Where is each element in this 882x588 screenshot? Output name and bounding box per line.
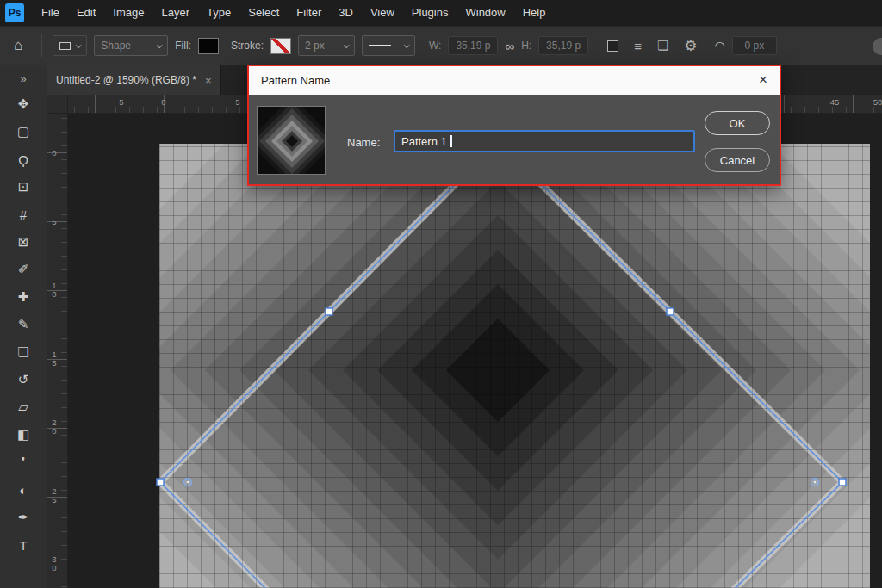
chevron-down-icon bbox=[157, 42, 163, 48]
shape-width-field[interactable]: 35,19 p bbox=[448, 36, 498, 55]
corner-radius-field[interactable]: 0 px bbox=[732, 36, 777, 55]
menu-layer[interactable]: Layer bbox=[153, 6, 199, 19]
menu-edit[interactable]: Edit bbox=[68, 6, 104, 19]
brush-tool[interactable]: ✎ bbox=[17, 311, 29, 338]
v-ruler-label: 1 0 bbox=[47, 282, 61, 299]
gear-icon[interactable]: ⚙ bbox=[684, 37, 697, 55]
stroke-line-icon bbox=[369, 45, 391, 46]
lasso-tool[interactable]: Ϙ bbox=[17, 145, 29, 173]
path-alignment-icon[interactable]: ≡ bbox=[634, 39, 642, 53]
eraser-tool[interactable]: ▱ bbox=[17, 393, 29, 421]
dialog-body: Name: OK Cancel bbox=[249, 95, 780, 184]
h-ruler-label: 50 bbox=[873, 97, 882, 107]
menu-help[interactable]: Help bbox=[514, 6, 555, 19]
h-ruler-label: 5 bbox=[119, 97, 123, 107]
type-tool[interactable]: T bbox=[17, 531, 29, 559]
cancel-button[interactable]: Cancel bbox=[705, 148, 770, 172]
crop-tool[interactable]: # bbox=[17, 201, 29, 228]
shape-height-field[interactable]: 35,19 p bbox=[538, 36, 588, 55]
dialog-close-icon[interactable]: × bbox=[759, 71, 767, 89]
tools-panel: » ✥▢Ϙ⊡#⊠✐✚✎❏↺▱◧❜◐✒T bbox=[0, 65, 47, 588]
eyedropper-tool[interactable]: ✐ bbox=[17, 256, 29, 283]
menu-3d[interactable]: 3D bbox=[330, 6, 362, 19]
stroke-swatch[interactable] bbox=[270, 38, 291, 54]
rectangle-tool-icon bbox=[59, 42, 71, 50]
path-operations-icon[interactable] bbox=[607, 40, 618, 52]
pattern-name-input[interactable] bbox=[394, 130, 695, 152]
photoshop-logo-icon: Ps bbox=[5, 3, 24, 22]
text-caret bbox=[450, 135, 452, 147]
dodge-tool[interactable]: ◐ bbox=[17, 476, 29, 504]
menu-items: FileEditImageLayerTypeSelectFilter3DView… bbox=[33, 0, 554, 26]
h-ruler-label: 45 bbox=[830, 97, 840, 107]
marquee-tool[interactable]: ▢ bbox=[17, 118, 29, 145]
document-tab-title: Untitled-2 @ 1590% (RGB/8) * bbox=[56, 74, 196, 86]
gradient-tool[interactable]: ◧ bbox=[17, 421, 29, 449]
photoshop-window: Ps FileEditImageLayerTypeSelectFilter3DV… bbox=[0, 0, 882, 588]
fill-swatch[interactable] bbox=[198, 38, 219, 54]
menu-type[interactable]: Type bbox=[198, 6, 239, 19]
clone-stamp-tool[interactable]: ❏ bbox=[17, 338, 29, 366]
v-ruler-label: 0 bbox=[47, 149, 61, 158]
shape-path[interactable] bbox=[160, 141, 842, 588]
pen-tool[interactable]: ✒ bbox=[17, 504, 29, 531]
frame-tool[interactable]: ⊠ bbox=[17, 228, 29, 256]
blur-tool[interactable]: ❜ bbox=[17, 449, 29, 476]
tool-preset-picker[interactable] bbox=[53, 35, 87, 56]
v-ruler-label: 2 5 bbox=[47, 487, 61, 504]
object-selection-tool[interactable]: ⊡ bbox=[17, 173, 29, 201]
h-ruler-label: 5 bbox=[235, 97, 239, 107]
ruler-corner bbox=[47, 95, 68, 114]
anchor-point-dot bbox=[187, 481, 189, 484]
document-tab[interactable]: Untitled-2 @ 1590% (RGB/8) * × bbox=[47, 65, 221, 95]
pattern-name-dialog: Pattern Name × Name: bbox=[247, 65, 781, 186]
name-label: Name: bbox=[347, 136, 380, 149]
v-ruler-label: 1 5 bbox=[47, 350, 61, 368]
home-icon[interactable]: ⌂ bbox=[14, 37, 22, 54]
transform-handle[interactable] bbox=[667, 308, 674, 315]
menu-filter[interactable]: Filter bbox=[288, 6, 330, 19]
history-brush-tool[interactable]: ↺ bbox=[17, 366, 29, 393]
h-ruler-label: 0 bbox=[161, 97, 165, 107]
height-label: H: bbox=[521, 40, 531, 52]
move-tool[interactable]: ✥ bbox=[17, 90, 29, 118]
stroke-width-select[interactable]: 2 px bbox=[298, 35, 355, 56]
menu-image[interactable]: Image bbox=[104, 6, 152, 19]
v-ruler-label: 2 0 bbox=[47, 418, 61, 436]
dialog-title-bar[interactable]: Pattern Name × bbox=[249, 66, 780, 95]
menu-view[interactable]: View bbox=[362, 6, 403, 19]
collapse-tools-button[interactable]: » bbox=[0, 65, 47, 90]
corner-radius-icon: ◠ bbox=[715, 39, 725, 53]
link-dimensions-icon[interactable]: ∞ bbox=[505, 39, 514, 53]
pattern-preview bbox=[257, 106, 326, 175]
menu-plugins[interactable]: Plugins bbox=[403, 6, 457, 19]
transform-handle[interactable] bbox=[157, 479, 164, 486]
stroke-style-select[interactable] bbox=[362, 35, 415, 56]
menu-bar: Ps FileEditImageLayerTypeSelectFilter3DV… bbox=[0, 0, 882, 26]
tab-close-icon[interactable]: × bbox=[205, 74, 212, 87]
width-label: W: bbox=[429, 40, 441, 52]
chevron-down-icon bbox=[404, 42, 410, 48]
options-bar: ⌂ Shape Fill: Stroke: 2 px W: 35,19 p ∞ … bbox=[0, 26, 882, 65]
v-ruler-label: 5 bbox=[47, 218, 61, 226]
menu-select[interactable]: Select bbox=[239, 6, 288, 19]
path-arrangement-icon[interactable]: ❏ bbox=[657, 38, 668, 53]
vertical-ruler[interactable]: 051 01 52 02 53 0 bbox=[47, 114, 68, 588]
v-ruler-label: 3 0 bbox=[47, 555, 61, 573]
transform-handle[interactable] bbox=[326, 308, 332, 315]
fill-label: Fill: bbox=[175, 40, 191, 52]
menu-file[interactable]: File bbox=[33, 6, 68, 19]
healing-brush-tool[interactable]: ✚ bbox=[17, 283, 29, 311]
tool-mode-select[interactable]: Shape bbox=[94, 35, 168, 56]
pattern-name-input-wrap bbox=[394, 130, 695, 152]
stroke-width-value: 2 px bbox=[305, 40, 325, 52]
tool-mode-value: Shape bbox=[101, 40, 131, 52]
dialog-title: Pattern Name bbox=[261, 74, 330, 87]
transform-handle[interactable] bbox=[839, 479, 846, 486]
chevron-down-icon bbox=[344, 42, 350, 48]
menu-window[interactable]: Window bbox=[457, 6, 513, 19]
clipped-toolbar-icon[interactable] bbox=[873, 38, 882, 55]
separator bbox=[41, 34, 42, 57]
tools-list: ✥▢Ϙ⊡#⊠✐✚✎❏↺▱◧❜◐✒T bbox=[17, 90, 29, 559]
ok-button[interactable]: OK bbox=[705, 111, 770, 135]
